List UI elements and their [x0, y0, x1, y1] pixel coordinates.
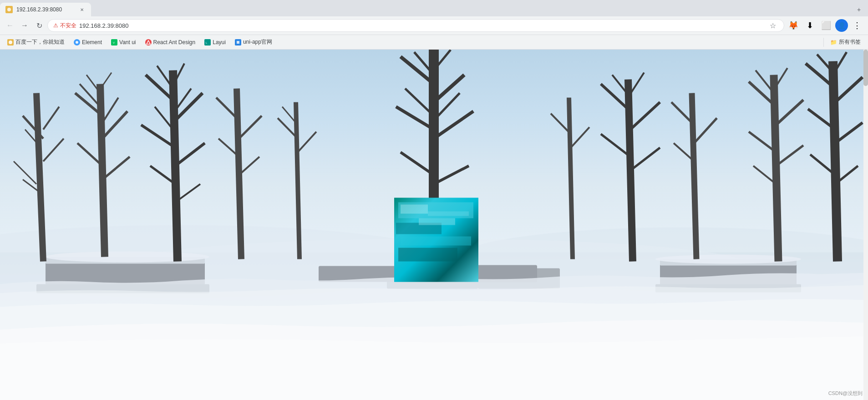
- bookmark-star-button[interactable]: ☆: [767, 20, 778, 31]
- active-tab[interactable]: 192.168.2.39:8080 ✕: [0, 3, 91, 16]
- svg-line-86: [833, 61, 838, 262]
- all-bookmarks-button[interactable]: 📁 所有书签: [827, 36, 864, 48]
- address-bar: ← → ↻ ⚠ 不安全 192.168.2.39:8080 ☆ 🦊 ⬇ ⬜ 👤 …: [0, 16, 868, 35]
- svg-line-78: [774, 75, 778, 262]
- profile-button[interactable]: 👤: [835, 19, 848, 32]
- menu-button[interactable]: ⋮: [850, 18, 864, 33]
- bookmark-label-react-ant: React Ant Design: [153, 39, 196, 46]
- bookmark-item-vant[interactable]: V Vant ui: [107, 37, 139, 47]
- warning-icon: ⚠: [53, 22, 58, 29]
- bookmark-label-baidu: 百度一下，你就知道: [15, 38, 65, 46]
- tab-close-button[interactable]: ✕: [78, 6, 86, 13]
- security-indicator: ⚠ 不安全: [53, 22, 76, 30]
- bookmark-label-element: Element: [82, 39, 102, 46]
- new-tab-button[interactable]: +: [853, 4, 864, 15]
- toolbar-right: 🦊 ⬇ ⬜ 👤 ⋮: [786, 18, 864, 33]
- downloads-button[interactable]: ⬇: [802, 18, 817, 33]
- svg-marker-4: [147, 41, 150, 44]
- scroll-thumb[interactable]: [863, 50, 868, 86]
- tab-title: 192.168.2.39:8080: [16, 6, 75, 13]
- react-ant-favicon: [145, 39, 152, 46]
- tab-favicon: [5, 6, 13, 13]
- page-content: CSDN@没想到: [0, 50, 868, 400]
- bookmarks-bar: 百度一下，你就知道 Element V Vant ui React Ant De…: [0, 35, 868, 49]
- folder-icon: 📁: [830, 39, 837, 46]
- address-input-wrap[interactable]: ⚠ 不安全 192.168.2.39:8080 ☆: [47, 19, 784, 32]
- svg-line-31: [100, 84, 105, 257]
- forward-button[interactable]: →: [18, 19, 31, 32]
- svg-point-15: [46, 252, 209, 263]
- window-control-button[interactable]: ⬜: [819, 18, 833, 33]
- svg-text:L: L: [206, 41, 208, 44]
- vant-favicon: V: [111, 39, 117, 46]
- bookmark-label-layui: Layui: [213, 39, 226, 46]
- bookmark-item-react-ant[interactable]: React Ant Design: [142, 37, 199, 47]
- svg-point-2: [76, 41, 78, 44]
- back-button[interactable]: ←: [4, 19, 16, 32]
- browser-chrome: 192.168.2.39:8080 ✕ + ← → ↻ ⚠ 不安全 192.16…: [0, 0, 868, 50]
- svg-text:V: V: [113, 41, 115, 44]
- fox-extension-button[interactable]: 🦊: [786, 18, 801, 33]
- all-bookmarks-label: 所有书签: [839, 38, 861, 46]
- watermark: CSDN@没想到: [828, 390, 863, 397]
- bookmark-item-element[interactable]: Element: [70, 37, 106, 47]
- teal-content-block: [392, 169, 476, 253]
- url-text: 192.168.2.39:8080: [79, 22, 765, 29]
- uniapp-favicon: [235, 39, 241, 46]
- bookmark-item-uniapp[interactable]: uni-app官网: [231, 36, 276, 48]
- bookmark-item-layui[interactable]: L Layui: [201, 37, 229, 47]
- svg-point-1: [9, 41, 12, 44]
- bookmark-label-uniapp: uni-app官网: [243, 38, 272, 46]
- element-favicon: [74, 39, 80, 46]
- svg-rect-6: [237, 41, 239, 44]
- snow-scene-background: CSDN@没想到: [0, 50, 868, 400]
- refresh-button[interactable]: ↻: [33, 19, 46, 32]
- baidu-favicon: [7, 39, 14, 46]
- bookmark-item-baidu[interactable]: 百度一下，你就知道: [4, 36, 68, 48]
- tab-actions: +: [850, 3, 868, 16]
- security-label: 不安全: [60, 22, 76, 30]
- tab-bar: 192.168.2.39:8080 ✕ +: [0, 0, 868, 16]
- scroll-track: [863, 50, 868, 400]
- bookmark-label-vant: Vant ui: [119, 39, 136, 46]
- layui-favicon: L: [204, 39, 211, 46]
- bookmarks-separator: [823, 38, 824, 47]
- svg-point-0: [7, 8, 11, 11]
- tab-spacer: [91, 3, 850, 16]
